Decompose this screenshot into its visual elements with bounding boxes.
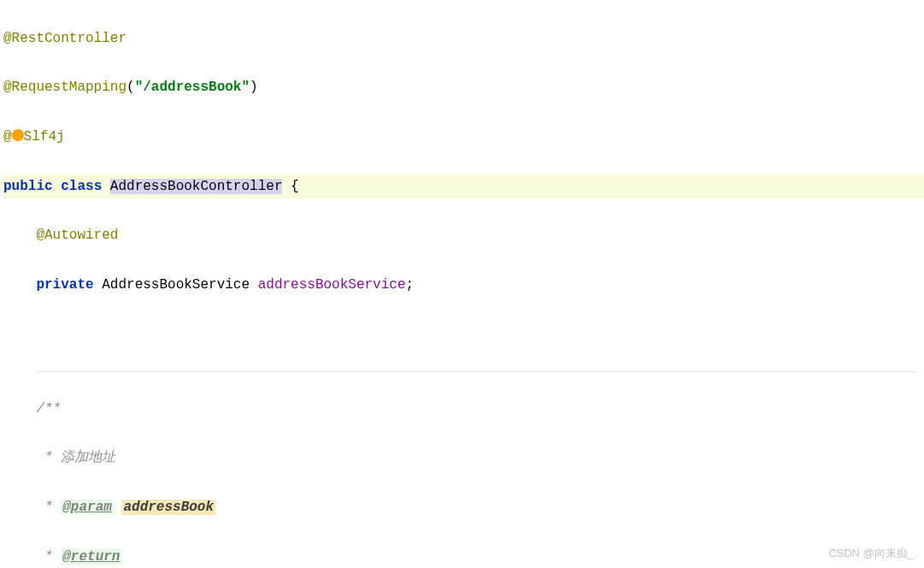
annotation-restcontroller: @RestController <box>3 31 127 46</box>
doc-comment: * 添加地址 <box>36 450 115 465</box>
doc-param-name: addressBook <box>121 500 215 515</box>
doc-comment-open: /** <box>36 401 61 417</box>
code-line: @RequestMapping("/addressBook") <box>3 75 924 100</box>
keyword-private: private <box>36 277 93 293</box>
code-line: @Slf4j <box>3 125 924 150</box>
code-line: /** <box>3 397 924 422</box>
code-line-blank <box>3 322 924 346</box>
annotation-requestmapping: @RequestMapping <box>3 80 127 95</box>
keyword-public: public <box>3 179 53 194</box>
annotation-slf4j: Slf4j <box>24 129 65 145</box>
field-name: addressBookService <box>258 277 406 293</box>
warning-icon[interactable] <box>12 129 24 141</box>
code-line: @RestController <box>3 27 924 51</box>
watermark: CSDN @向来痴_ <box>828 543 914 563</box>
annotation-autowired: @Autowired <box>36 228 118 243</box>
code-editor[interactable]: @RestController @RequestMapping("/addres… <box>0 0 924 568</box>
doc-tag-param: @param <box>61 500 114 515</box>
code-line: * @return <box>3 545 924 568</box>
doc-tag-return: @return <box>61 549 121 565</box>
class-name: AddressBookController <box>110 179 283 194</box>
code-line-current: public class AddressBookController { <box>3 175 924 199</box>
code-line: * 添加地址 <box>3 446 924 470</box>
keyword-class: class <box>61 179 102 194</box>
method-separator <box>38 371 917 372</box>
code-line: @Autowired <box>3 223 924 248</box>
code-line: * @param addressBook <box>3 495 924 520</box>
code-line: private AddressBookService addressBookSe… <box>3 273 924 298</box>
string-literal: "/addressBook" <box>135 80 250 95</box>
type-name: AddressBookService <box>102 277 250 293</box>
